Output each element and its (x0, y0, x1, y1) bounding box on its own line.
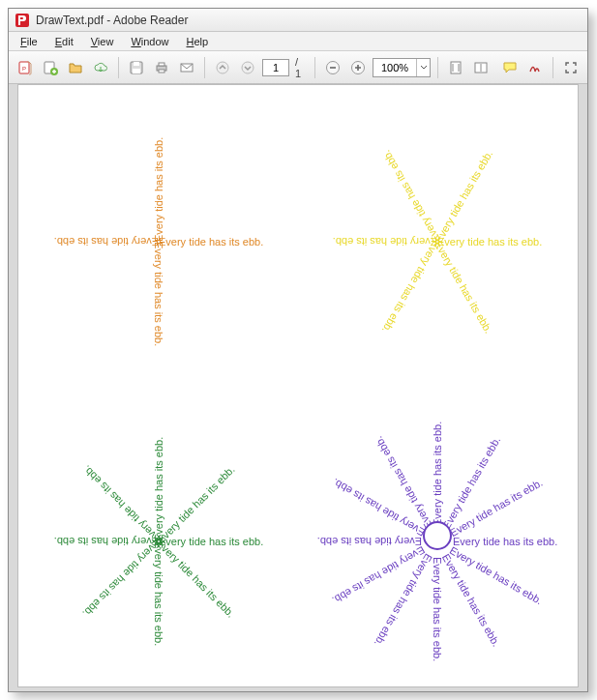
menubar: File Edit View Window Help (9, 32, 587, 51)
app-window: DrawText.pdf - Adobe Reader File Edit Vi… (8, 8, 588, 692)
rotated-text: Every tide has its ebb. (433, 148, 495, 245)
rotated-text: Every tide has its ebb. (80, 463, 163, 545)
text-pattern-12ray: Every tide has its ebb.Every tide has it… (297, 385, 578, 686)
rotated-text: Every tide has its ebb. (159, 236, 263, 248)
page-number-input[interactable] (262, 59, 289, 76)
sign-button[interactable] (524, 56, 546, 79)
rotated-text: Every tide has its ebb. (380, 239, 443, 335)
zoom-input[interactable] (373, 62, 416, 73)
toolbar-separator (314, 57, 315, 78)
svg-rect-9 (159, 63, 164, 66)
menu-view[interactable]: View (83, 34, 122, 49)
rotated-text: Every tide has its ebb. (437, 236, 542, 248)
rotated-text: Every tide has its ebb. (153, 242, 164, 346)
menu-edit[interactable]: Edit (47, 34, 81, 49)
rotated-text: Every tide has its ebb. (153, 437, 164, 541)
rotated-text: Every tide has its ebb. (433, 239, 495, 335)
titlebar: DrawText.pdf - Adobe Reader (9, 9, 587, 32)
svg-text:P: P (22, 66, 26, 72)
toolbar: P / 1 (9, 51, 587, 84)
text-pattern-6ray: Every tide has its ebb.Every tide has it… (297, 85, 578, 387)
create-pdf-button[interactable] (40, 56, 61, 79)
rotated-text: Every tide has its ebb. (333, 236, 437, 248)
print-button[interactable] (151, 56, 172, 79)
fit-page-button[interactable] (445, 56, 466, 79)
svg-point-12 (217, 62, 228, 73)
export-pdf-button[interactable]: P (15, 56, 36, 79)
pdf-page: Every tide has its ebb.Every tide has it… (17, 84, 579, 687)
window-title: DrawText.pdf - Adobe Reader (36, 14, 188, 27)
menu-file[interactable]: File (13, 34, 45, 49)
menu-window[interactable]: Window (123, 34, 176, 49)
rotated-text: Every tide has its ebb. (159, 536, 263, 547)
svg-point-13 (242, 62, 254, 73)
rotated-text: Every tide has its ebb. (453, 536, 557, 547)
reader-app-icon (15, 13, 30, 28)
rotated-text: Every tide has its ebb. (317, 536, 422, 547)
comment-button[interactable] (499, 56, 521, 79)
rotated-text: Every tide has its ebb. (432, 557, 443, 661)
rotated-text: Every tide has its ebb. (153, 137, 164, 242)
zoom-out-button[interactable] (322, 56, 343, 79)
read-mode-button[interactable] (470, 56, 492, 79)
page-down-button[interactable] (237, 56, 258, 79)
center-ring (423, 521, 452, 550)
text-pattern-4ray: Every tide has its ebb.Every tide has it… (18, 85, 299, 387)
rotated-text: Every tide has its ebb. (432, 422, 443, 526)
open-button[interactable] (65, 56, 86, 79)
rotated-text: Every tide has its ebb. (380, 148, 443, 245)
zoom-combo[interactable] (373, 58, 431, 77)
toolbar-separator (552, 57, 553, 78)
svg-rect-10 (159, 70, 164, 73)
rotated-text: Every tide has its ebb. (54, 236, 159, 248)
toolbar-separator (204, 57, 205, 78)
rotated-text: Every tide has its ebb. (155, 463, 237, 545)
rotated-text: Every tide has its ebb. (153, 541, 164, 646)
page-total-label: / 1 (293, 56, 308, 79)
document-area[interactable]: Every tide has its ebb.Every tide has it… (9, 84, 587, 691)
cloud-button[interactable] (90, 56, 111, 79)
svg-rect-6 (134, 62, 139, 66)
rotated-text: Every tide has its ebb. (80, 538, 163, 620)
toolbar-separator (437, 57, 438, 78)
menu-help[interactable]: Help (179, 34, 217, 49)
save-button[interactable] (126, 56, 147, 79)
rotated-text: Every tide has its ebb. (155, 538, 237, 620)
toolbar-separator (118, 57, 119, 78)
page-up-button[interactable] (212, 56, 233, 79)
zoom-in-button[interactable] (347, 56, 369, 79)
rotated-text: Every tide has its ebb. (54, 536, 159, 547)
fullscreen-button[interactable] (560, 56, 582, 79)
email-button[interactable] (176, 56, 197, 79)
svg-rect-7 (133, 69, 140, 73)
chevron-down-icon[interactable] (416, 59, 430, 76)
text-pattern-8ray: Every tide has its ebb.Every tide has it… (18, 385, 299, 686)
